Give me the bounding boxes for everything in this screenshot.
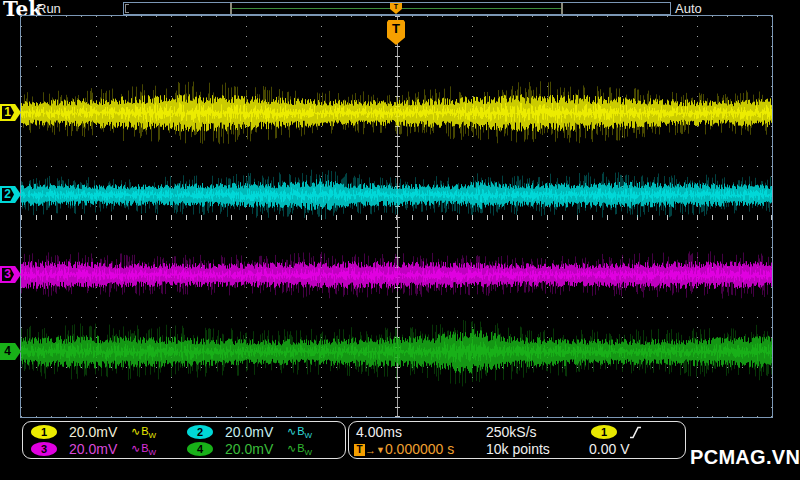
trigger-source-badge: 1 [591, 425, 617, 439]
trigger-delay: T→▼0.000000 s [354, 441, 454, 457]
channel-1-badge: 1 [31, 425, 57, 439]
record-end-divider [561, 3, 563, 14]
horizontal-trigger-readout-box: 4.00ms 250kS/s 1 T→▼0.000000 s 10k point… [348, 421, 686, 459]
channel-2-badge: 2 [187, 425, 213, 439]
waveform-display [20, 15, 773, 418]
record-window-bracket [125, 4, 129, 13]
channel-2-marker[interactable]: 2 [0, 186, 21, 203]
channel-4-marker[interactable]: 4 [0, 343, 21, 360]
triangle-down-icon: ▼ [376, 445, 385, 455]
channel-1-marker[interactable]: 1 [0, 104, 21, 121]
arrow-right-icon: → [365, 444, 376, 456]
trigger-delay-value: 0.000000 s [385, 441, 454, 457]
bandwidth-limit-icon: BW [297, 442, 312, 454]
channel-3-marker-label: 3 [0, 267, 15, 282]
watermark: PCMAG.VN [690, 446, 800, 469]
bandwidth-limit-icon: BW [141, 442, 156, 454]
channel-4-scale: 20.0mV [225, 441, 273, 457]
trigger-flag-icon: T [354, 444, 365, 456]
rising-edge-icon [629, 425, 642, 440]
ac-coupling-icon: ∿ [131, 425, 140, 437]
bandwidth-limit-icon: BW [297, 425, 312, 437]
channel-4-readout[interactable]: 4 20.0mV ∿BW [185, 441, 341, 458]
channel-3-marker[interactable]: 3 [0, 266, 21, 283]
acquisition-status: Run [37, 1, 61, 16]
channel-2-readout[interactable]: 2 20.0mV ∿BW [185, 424, 341, 441]
channel-1-scale: 20.0mV [69, 424, 117, 440]
channel-1-marker-label: 1 [0, 105, 15, 120]
channel-4-badge: 4 [187, 442, 213, 456]
trigger-position-marker-small: T [390, 3, 402, 14]
channel-3-badge: 3 [31, 442, 57, 456]
trigger-mode-status: Auto [675, 1, 702, 16]
ac-coupling-icon: ∿ [287, 425, 296, 437]
record-view-bar[interactable]: T [123, 2, 671, 15]
ac-coupling-icon: ∿ [131, 442, 140, 454]
channel-3-scale: 20.0mV [69, 441, 117, 457]
oscilloscope-screen: Tek Run T Auto T 1 2 3 4 1 20.0mV ∿BW 2 [0, 0, 800, 480]
channel-2-scale: 20.0mV [225, 424, 273, 440]
channel-2-marker-label: 2 [0, 187, 15, 202]
sample-rate: 250kS/s [486, 424, 537, 440]
channel-4-marker-label: 4 [0, 344, 15, 359]
channel-3-readout[interactable]: 3 20.0mV ∿BW [29, 441, 185, 458]
channel-readout-box: 1 20.0mV ∿BW 2 20.0mV ∿BW 3 20.0mV ∿BW 4… [22, 421, 346, 459]
ac-coupling-icon: ∿ [287, 442, 296, 454]
channel-1-readout[interactable]: 1 20.0mV ∿BW [29, 424, 185, 441]
horizontal-scale: 4.00ms [356, 424, 402, 440]
record-length: 10k points [486, 441, 550, 457]
bandwidth-limit-icon: BW [141, 425, 156, 437]
trigger-level: 0.00 V [589, 441, 629, 457]
